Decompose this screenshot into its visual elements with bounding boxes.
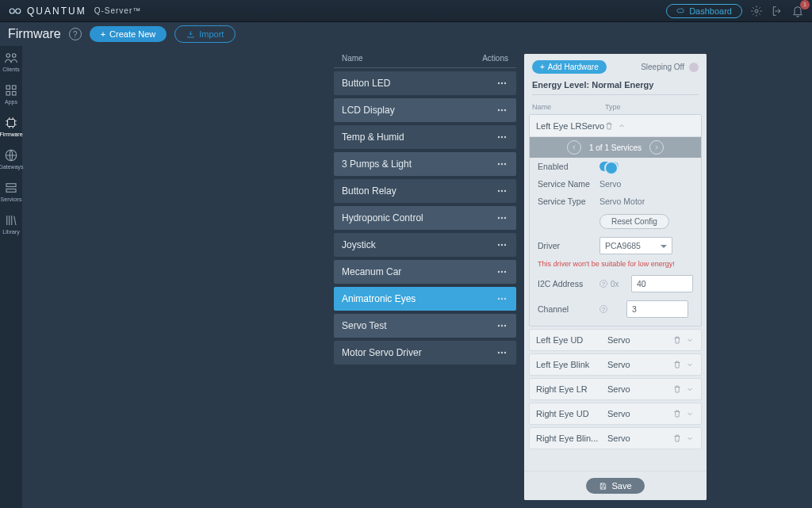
logout-icon[interactable] [771, 5, 783, 17]
hw-type: Servo [607, 434, 672, 443]
firmware-row[interactable]: Temp & Humid [334, 125, 516, 149]
more-icon[interactable] [496, 292, 508, 305]
firmware-row[interactable]: 3 Pumps & Light [334, 152, 516, 176]
hw-type: Servo [607, 360, 672, 369]
dashboard-button[interactable]: Dashboard [666, 4, 742, 18]
brand-logo: QUANTUM Q-Server™ [8, 4, 141, 18]
hardware-row[interactable]: Right Eye LRServo [529, 378, 702, 400]
more-icon[interactable] [496, 346, 508, 359]
svg-point-44 [501, 352, 503, 353]
nav-gateways[interactable]: Gateways [0, 148, 22, 170]
hardware-expanded: Left Eye LR Servo 1 of 1 Services Enable… [529, 114, 702, 327]
firmware-row-name: 3 Pumps & Light [342, 159, 496, 170]
svg-point-23 [501, 163, 503, 165]
hw-type: Servo [581, 121, 604, 131]
i2c-address-input[interactable]: 40 [631, 275, 693, 292]
svg-rect-7 [6, 92, 10, 96]
svg-point-16 [498, 109, 500, 111]
prev-service-button[interactable] [567, 140, 581, 155]
import-icon [186, 30, 195, 39]
firmware-row-name: Joystick [342, 239, 496, 250]
nav-apps[interactable]: Apps [0, 83, 22, 105]
top-bar: QUANTUM Q-Server™ Dashboard 1 [0, 0, 812, 22]
services-bar: 1 of 1 Services [530, 137, 701, 158]
svg-point-28 [498, 217, 500, 219]
firmware-row-name: LCD Display [342, 105, 496, 116]
trash-icon[interactable] [672, 360, 682, 369]
create-new-button[interactable]: + Create New [90, 26, 167, 42]
next-service-button[interactable] [649, 140, 664, 155]
help-icon[interactable]: ? [599, 280, 607, 288]
trash-icon[interactable] [672, 434, 682, 443]
hw-name: Right Eye UD [536, 409, 607, 418]
nav-services[interactable]: Services [0, 181, 22, 202]
firmware-row[interactable]: Hydroponic Control [334, 206, 516, 230]
svg-point-26 [501, 190, 503, 192]
firmware-row[interactable]: Animatronic Eyes [334, 287, 516, 311]
firmware-row[interactable]: Button Relay [334, 179, 516, 203]
more-icon[interactable] [496, 212, 508, 224]
enabled-toggle[interactable] [599, 162, 619, 171]
svg-point-15 [504, 82, 506, 84]
chevron-down-icon[interactable] [685, 384, 695, 394]
save-button[interactable]: Save [586, 478, 644, 494]
channel-input[interactable]: 3 [626, 300, 688, 318]
nav-library[interactable]: Library [0, 213, 22, 235]
svg-rect-5 [6, 86, 10, 90]
firmware-row[interactable]: Servo Test [334, 314, 516, 338]
firmware-row[interactable]: LCD Display [334, 98, 516, 122]
hardware-row[interactable]: Right Eye Blin...Servo [529, 427, 702, 449]
notifications-icon[interactable]: 1 [791, 5, 804, 17]
help-icon[interactable]: ? [599, 305, 607, 313]
chevron-down-icon[interactable] [685, 409, 695, 418]
plus-icon: + [540, 63, 545, 71]
trash-icon[interactable] [604, 121, 614, 131]
firmware-list-header: Name Actions [334, 54, 516, 67]
detail-columns-header: Name Type [524, 98, 707, 114]
svg-point-17 [501, 109, 503, 111]
chevron-down-icon[interactable] [685, 335, 695, 345]
more-icon[interactable] [496, 77, 508, 90]
firmware-list-panel: Name Actions Button LEDLCD DisplayTemp &… [334, 54, 516, 500]
driver-select[interactable]: PCA9685 [599, 237, 672, 254]
svg-point-40 [498, 325, 500, 327]
energy-level: Energy Level: Normal Energy [532, 80, 699, 95]
save-icon [599, 482, 607, 491]
trash-icon[interactable] [672, 384, 682, 394]
add-hardware-button[interactable]: +Add Hardware [532, 60, 607, 74]
hardware-row[interactable]: Right Eye UDServo [529, 403, 702, 425]
nav-firmware[interactable]: Firmware [0, 116, 22, 137]
more-icon[interactable] [496, 104, 508, 116]
import-button[interactable]: Import [174, 25, 236, 43]
svg-rect-12 [6, 189, 16, 193]
svg-point-29 [501, 217, 503, 219]
firmware-row[interactable]: Joystick [334, 233, 516, 257]
more-icon[interactable] [496, 185, 508, 197]
firmware-row-name: Servo Test [342, 320, 496, 331]
hardware-row[interactable]: Left Eye UDServo [529, 329, 702, 351]
sleeping-toggle[interactable] [689, 63, 699, 72]
gear-icon[interactable] [750, 5, 763, 17]
chevron-down-icon[interactable] [685, 360, 695, 369]
trash-icon[interactable] [672, 335, 682, 345]
product-text: Q-Server™ [94, 6, 142, 15]
trash-icon[interactable] [672, 409, 682, 418]
more-icon[interactable] [496, 265, 508, 278]
svg-point-13 [498, 82, 500, 84]
firmware-row[interactable]: Motor Servo Driver [334, 341, 516, 365]
collapse-icon[interactable] [617, 121, 626, 131]
more-icon[interactable] [496, 158, 508, 170]
help-icon[interactable]: ? [69, 28, 82, 40]
firmware-row-name: Button Relay [342, 185, 496, 197]
hardware-row[interactable]: Left Eye BlinkServo [529, 353, 702, 376]
firmware-row[interactable]: Mecanum Car [334, 260, 516, 284]
nav-clients[interactable]: Clients [0, 51, 22, 72]
firmware-row[interactable]: Button LED [334, 71, 516, 95]
more-icon[interactable] [496, 131, 508, 143]
reset-config-button[interactable]: Reset Config [599, 214, 669, 229]
svg-point-45 [504, 352, 506, 353]
svg-point-14 [501, 82, 503, 84]
more-icon[interactable] [496, 239, 508, 251]
more-icon[interactable] [496, 319, 508, 332]
chevron-down-icon[interactable] [685, 434, 695, 443]
